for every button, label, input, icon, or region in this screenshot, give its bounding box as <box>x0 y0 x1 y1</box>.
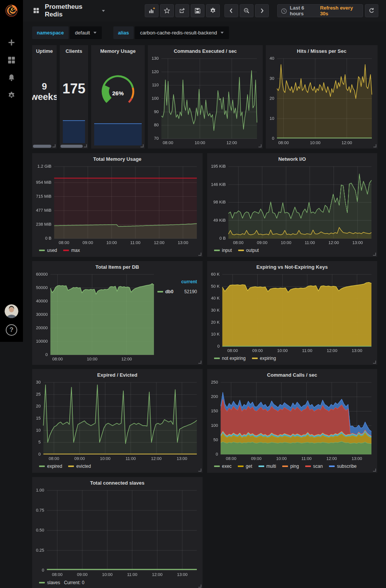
namespace-value: default <box>75 30 90 36</box>
legend-item-subscribe[interactable]: subscribe <box>329 464 357 469</box>
share-button[interactable] <box>175 4 189 17</box>
time-range-label: Last 6 hours <box>290 5 317 16</box>
panel-resize-handle[interactable] <box>198 361 201 364</box>
legend-item-used[interactable]: used <box>39 248 57 253</box>
legend-item-get[interactable]: get <box>238 464 252 469</box>
legend-item-expiring[interactable]: expiring <box>252 356 276 361</box>
legend: not expiringexpiring <box>207 354 378 363</box>
legend-column-header[interactable]: current <box>157 279 197 289</box>
panel-hits-misses: Hits / Misses per Sec <box>266 45 378 149</box>
legend-item-expired[interactable]: expired <box>39 464 62 469</box>
refresh-interval-label: Refresh every 30s <box>320 5 360 16</box>
commands-executed-chart[interactable] <box>149 56 260 146</box>
namespace-label: namespace <box>32 26 69 39</box>
legend-swatch <box>305 466 311 467</box>
expiring-keys-chart[interactable] <box>209 271 375 354</box>
expired-evicted-chart[interactable] <box>34 379 200 462</box>
legend-item-not-expiring[interactable]: not expiring <box>214 356 246 361</box>
refresh-button[interactable] <box>365 4 378 17</box>
panel-title[interactable]: Memory Usage <box>91 45 145 55</box>
legend-table: currentdb052190 <box>157 271 200 363</box>
panel-title[interactable]: Commands Executed / sec <box>148 45 263 55</box>
panel-title[interactable]: Network I/O <box>207 153 378 163</box>
add-panel-button[interactable] <box>145 4 159 17</box>
dashboard-grid-icon[interactable] <box>33 7 39 14</box>
legend-item-input[interactable]: input <box>214 248 232 253</box>
dashboard-title[interactable]: Prometheus Redis <box>45 3 105 18</box>
legend-swatch <box>39 466 45 467</box>
panel-memory-usage-gauge: Memory Usage 26% <box>91 45 145 149</box>
legend-item-slaves[interactable]: slavesCurrent: 0 <box>39 580 84 585</box>
clock-icon <box>281 8 287 14</box>
panel-resize-handle[interactable] <box>52 144 56 147</box>
legend: execgetmultipingscansubscribe <box>207 462 378 470</box>
grafana-logo-icon[interactable] <box>4 3 19 18</box>
avatar[interactable] <box>5 304 18 318</box>
panel-command-calls: Command Calls / sec execgetmultipingscan… <box>207 369 378 473</box>
star-button[interactable] <box>160 4 174 17</box>
sidebar: ? <box>0 0 23 342</box>
submenu: namespace default alias carbon-cache-red… <box>23 21 386 44</box>
total-items-chart[interactable] <box>34 271 157 363</box>
panel-title[interactable]: Expiring vs Not-Expiring Keys <box>207 261 378 271</box>
variable-namespace: namespace default <box>32 26 102 39</box>
alias-select[interactable]: carbon-cache-redis-result-backend <box>135 26 229 39</box>
total-memory-chart[interactable] <box>34 163 200 246</box>
legend-item-output[interactable]: output <box>238 248 259 253</box>
legend-item-max[interactable]: max <box>63 248 80 253</box>
legend-item-scan[interactable]: scan <box>305 464 323 469</box>
horizontal-scrollbar[interactable] <box>33 145 51 148</box>
hits-misses-chart[interactable] <box>267 56 375 146</box>
panel-connected-slaves: Total connected slaves slavesCurrent: 0 <box>32 477 203 588</box>
panel-resize-handle[interactable] <box>84 144 87 147</box>
panel-expiring-keys: Expiring vs Not-Expiring Keys not expiri… <box>207 261 378 365</box>
time-back-button[interactable] <box>224 4 238 17</box>
legend-item-db0[interactable]: db052190 <box>157 289 197 294</box>
panel-row-3: Total Items per DB currentdb052190 Expir… <box>32 261 377 364</box>
settings-gear-icon[interactable] <box>7 91 16 100</box>
panel-title[interactable]: Hits / Misses per Sec <box>266 45 378 55</box>
command-calls-chart[interactable] <box>209 379 375 462</box>
panel-resize-handle[interactable] <box>373 253 376 256</box>
empty-grid-cell <box>207 477 378 588</box>
panel-resize-handle[interactable] <box>198 253 201 256</box>
network-io-chart[interactable] <box>209 163 375 246</box>
legend-swatch <box>63 250 69 251</box>
panel-total-items-per-db: Total Items per DB currentdb052190 <box>32 261 203 365</box>
add-icon[interactable] <box>7 38 16 47</box>
panel-title[interactable]: Total Memory Usage <box>32 153 203 163</box>
legend-swatch <box>39 582 45 583</box>
save-button[interactable] <box>191 4 204 17</box>
time-picker-button[interactable]: Last 6 hours Refresh every 30s <box>277 4 363 17</box>
panel-resize-handle[interactable] <box>373 144 376 147</box>
alerting-bell-icon[interactable] <box>7 74 16 82</box>
help-icon[interactable]: ? <box>6 324 17 336</box>
legend-item-evicted[interactable]: evicted <box>68 464 91 469</box>
panel-title[interactable]: Uptime <box>32 45 57 55</box>
dashboard-settings-button[interactable] <box>206 4 220 17</box>
panel-resize-handle[interactable] <box>258 144 262 147</box>
panel-resize-handle[interactable] <box>373 361 376 364</box>
panel-expired-evicted: Expired / Evicted expiredevicted <box>32 369 203 473</box>
panel-resize-handle[interactable] <box>373 469 376 472</box>
panel-title[interactable]: Total connected slaves <box>32 477 203 487</box>
connected-slaves-chart[interactable] <box>34 487 200 578</box>
panel-title[interactable]: Clients <box>60 45 88 55</box>
namespace-select[interactable]: default <box>70 26 102 39</box>
horizontal-scrollbar[interactable] <box>61 145 83 148</box>
legend-item-multi[interactable]: multi <box>258 464 276 469</box>
zoom-out-button[interactable] <box>240 4 254 17</box>
caret-down-icon <box>102 10 105 12</box>
panel-resize-handle[interactable] <box>141 144 144 147</box>
alias-value: carbon-cache-redis-result-backend <box>140 30 217 36</box>
legend-item-exec[interactable]: exec <box>214 464 232 469</box>
panel-resize-handle[interactable] <box>198 585 201 588</box>
dashboards-icon[interactable] <box>7 56 16 64</box>
panel-title[interactable]: Expired / Evicted <box>32 369 203 379</box>
time-forward-button[interactable] <box>255 4 269 17</box>
panel-resize-handle[interactable] <box>198 469 201 472</box>
panel-title[interactable]: Command Calls / sec <box>207 369 378 379</box>
legend-item-ping[interactable]: ping <box>282 464 299 469</box>
panel-title[interactable]: Total Items per DB <box>32 261 203 271</box>
legend: expiredevicted <box>32 462 203 470</box>
